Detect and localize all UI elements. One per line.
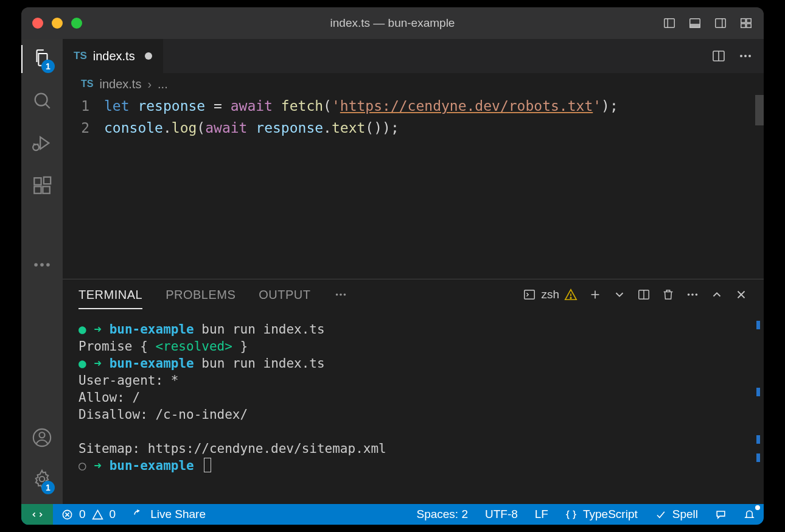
typescript-file-icon: TS: [81, 79, 93, 89]
svg-point-43: [696, 293, 698, 296]
svg-point-33: [343, 293, 346, 296]
language-mode-status[interactable]: TypeScript: [557, 504, 646, 525]
bottom-panel: TERMINAL PROBLEMS OUTPUT zsh: [63, 279, 764, 504]
toggle-primary-sidebar-icon[interactable]: [663, 16, 676, 30]
close-panel-icon[interactable]: [734, 288, 748, 301]
feedback-icon: [715, 509, 727, 520]
svg-point-42: [691, 293, 694, 296]
titlebar[interactable]: index.ts — bun-example: [21, 7, 764, 39]
warning-count: 0: [110, 508, 116, 521]
spell-check-status[interactable]: Spell: [646, 504, 706, 525]
indentation-status[interactable]: Spaces: 2: [408, 504, 476, 525]
panel-tab-bar: TERMINAL PROBLEMS OUTPUT zsh: [63, 279, 764, 310]
braces-icon: [565, 509, 577, 520]
svg-point-24: [39, 432, 44, 438]
panel-more-tabs-icon[interactable]: [334, 288, 347, 301]
svg-point-13: [33, 144, 39, 150]
svg-point-30: [748, 55, 751, 57]
search-tab[interactable]: [32, 90, 52, 113]
vscode-window: index.ts — bun-example 1: [21, 7, 764, 525]
error-count: 0: [79, 508, 86, 521]
more-views[interactable]: [32, 254, 52, 278]
remote-icon: [32, 509, 43, 520]
svg-rect-9: [747, 24, 751, 27]
terminal-shell-indicator[interactable]: zsh: [523, 288, 577, 301]
svg-line-15: [37, 144, 39, 144]
live-share-icon: [133, 509, 144, 520]
tab-filename: index.ts: [93, 49, 135, 63]
svg-point-28: [740, 55, 742, 57]
remote-indicator[interactable]: [21, 504, 53, 525]
customize-layout-icon[interactable]: [739, 16, 753, 30]
window-minimize-button[interactable]: [52, 18, 63, 29]
svg-rect-4: [716, 19, 726, 28]
svg-point-22: [46, 263, 50, 267]
warning-icon: [92, 509, 103, 520]
language-name: TypeScript: [583, 508, 638, 521]
svg-line-11: [46, 104, 50, 108]
extensions-icon: [32, 175, 52, 196]
debug-icon: [32, 133, 52, 153]
more-actions-icon[interactable]: [738, 49, 753, 63]
svg-point-36: [570, 298, 571, 299]
tab-dirty-indicator[interactable]: [145, 52, 152, 60]
code-editor[interactable]: 1 2 let response = await fetch('https://…: [63, 95, 764, 279]
toggle-secondary-sidebar-icon[interactable]: [714, 16, 727, 30]
maximize-panel-icon[interactable]: [710, 288, 724, 301]
editor-area: TS index.ts TS index.ts › ... 1: [63, 39, 764, 504]
panel-tab-output[interactable]: OUTPUT: [259, 288, 310, 302]
toggle-panel-icon[interactable]: [688, 16, 702, 30]
svg-rect-7: [747, 19, 751, 23]
breadcrumb-more: ...: [158, 77, 168, 91]
editor-tab-index-ts[interactable]: TS index.ts: [63, 39, 164, 73]
new-terminal-icon[interactable]: [588, 288, 602, 301]
live-share-label: Live Share: [150, 508, 206, 521]
svg-point-41: [688, 293, 690, 296]
panel-more-icon[interactable]: [686, 288, 699, 301]
panel-tab-terminal[interactable]: TERMINAL: [78, 288, 142, 302]
svg-line-14: [33, 144, 36, 144]
spell-label: Spell: [672, 508, 698, 521]
svg-rect-8: [741, 24, 745, 27]
minimap[interactable]: [755, 95, 764, 279]
panel-tab-problems[interactable]: PROBLEMS: [166, 288, 236, 302]
error-icon: [61, 509, 73, 520]
workbench-body: 1 1: [21, 39, 764, 504]
notifications-status[interactable]: [735, 504, 764, 525]
live-share-status[interactable]: Live Share: [124, 504, 214, 525]
settings-badge: 1: [41, 481, 55, 494]
minimap-viewport[interactable]: [755, 95, 764, 125]
typescript-file-icon: TS: [74, 50, 87, 62]
run-debug-tab[interactable]: [32, 133, 52, 156]
problems-status[interactable]: 0 0: [53, 504, 124, 525]
terminal-cursor: [204, 458, 211, 472]
titlebar-layout-controls: [663, 16, 753, 30]
split-editor-icon[interactable]: [711, 49, 726, 63]
settings-tab[interactable]: 1: [32, 469, 52, 492]
feedback-status[interactable]: [706, 504, 735, 525]
kill-terminal-icon[interactable]: [661, 288, 675, 301]
svg-rect-34: [525, 290, 535, 299]
breadcrumb[interactable]: TS index.ts › ...: [63, 73, 764, 95]
warning-icon: [564, 288, 577, 301]
split-terminal-icon[interactable]: [637, 288, 651, 301]
line-number: 1: [63, 95, 89, 117]
svg-rect-16: [34, 178, 41, 184]
svg-point-29: [744, 55, 747, 57]
eol-status[interactable]: LF: [526, 504, 557, 525]
svg-rect-0: [665, 19, 675, 28]
explorer-tab[interactable]: 1: [32, 47, 52, 71]
terminal-dropdown-icon[interactable]: [613, 288, 626, 301]
svg-point-32: [340, 293, 342, 296]
window-maximize-button[interactable]: [71, 18, 82, 29]
svg-rect-17: [34, 186, 41, 193]
svg-rect-18: [43, 186, 49, 193]
account-icon: [32, 427, 52, 448]
code-content[interactable]: let response = await fetch('https://cend…: [104, 95, 764, 279]
terminal-content[interactable]: ● ➜ bun-example bun run index.tsPromise …: [63, 310, 764, 504]
window-close-button[interactable]: [32, 18, 43, 29]
accounts-tab[interactable]: [32, 427, 52, 450]
encoding-status[interactable]: UTF-8: [476, 504, 526, 525]
extensions-tab[interactable]: [32, 175, 52, 198]
breadcrumb-filename: index.ts: [99, 77, 141, 91]
